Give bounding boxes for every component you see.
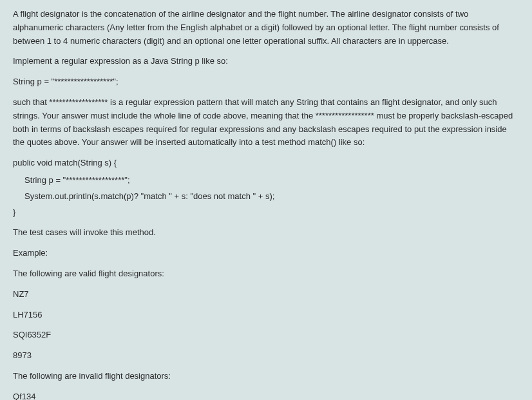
example-label: Example: xyxy=(13,247,519,260)
testcases-line: The test cases will invoke this method. xyxy=(13,226,519,240)
valid-1: NZ7 xyxy=(13,288,519,301)
valid-label: The following are valid flight designato… xyxy=(13,267,519,281)
valid-2: LH7156 xyxy=(13,309,519,322)
method-open: public void match(String s) { xyxy=(13,157,519,170)
method-line-1: String p = "******************"; xyxy=(24,174,519,187)
valid-3: SQI6352F xyxy=(13,329,519,342)
such-that-paragraph: such that ****************** is a regula… xyxy=(13,96,519,149)
method-line-2: System.out.println(s.match(p)? "match " … xyxy=(24,190,519,204)
code-line-declaration: String p = "******************"; xyxy=(13,75,519,89)
invalid-label: The following are invalid flight designa… xyxy=(13,370,519,383)
intro-paragraph-2: Implement a regular expression as a Java… xyxy=(13,55,519,68)
valid-4: 8973 xyxy=(13,349,519,363)
method-close: } xyxy=(13,206,519,220)
intro-paragraph-1: A flight designator is the concatenation… xyxy=(13,8,519,48)
question-panel: A flight designator is the concatenation… xyxy=(0,0,532,400)
invalid-1: Qf134 xyxy=(13,390,519,400)
